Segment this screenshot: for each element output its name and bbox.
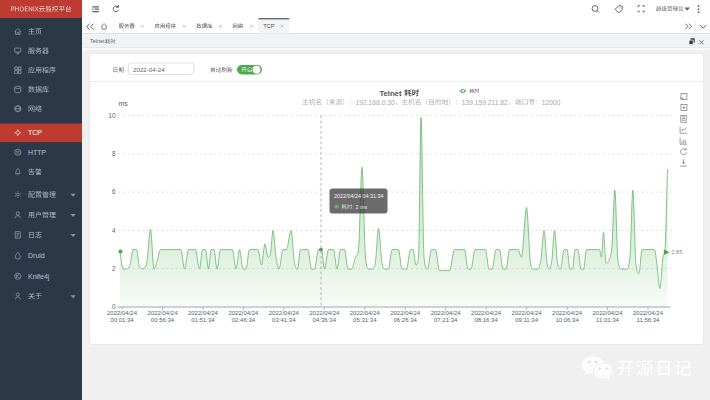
svg-text:07:21:34: 07:21:34 [434, 317, 458, 323]
svg-text:11:01:34: 11:01:34 [596, 317, 620, 323]
svg-text:4: 4 [112, 227, 116, 234]
svg-text:Knife4j: Knife4j [28, 273, 50, 281]
svg-text:ms: ms [119, 100, 129, 107]
svg-text:2022/04/24: 2022/04/24 [350, 310, 381, 316]
svg-text:2022/04/24: 2022/04/24 [471, 310, 502, 316]
svg-text:05:31:34: 05:31:34 [353, 317, 377, 323]
svg-text:2022/04/24 04:31:34: 2022/04/24 04:31:34 [334, 193, 383, 199]
svg-text:2022/04/24: 2022/04/24 [228, 310, 259, 316]
svg-text:TCP: TCP [263, 23, 274, 29]
svg-text:139.159.211.82: 139.159.211.82 [462, 99, 508, 106]
svg-text:2022/04/24: 2022/04/24 [592, 310, 623, 316]
svg-text:09:11:34: 09:11:34 [515, 317, 539, 323]
svg-text:00:56:34: 00:56:34 [151, 317, 175, 323]
svg-text:02:46:34: 02:46:34 [232, 317, 256, 323]
svg-text:Telnet: Telnet [379, 89, 402, 98]
svg-text:08:16:34: 08:16:34 [474, 317, 498, 323]
svg-text:10:06:34: 10:06:34 [555, 317, 579, 323]
svg-text:2022/04/24: 2022/04/24 [107, 310, 138, 316]
svg-text:03:41:34: 03:41:34 [272, 317, 296, 323]
svg-text:01:51:34: 01:51:34 [191, 317, 215, 323]
svg-text:2022/04/24: 2022/04/24 [552, 310, 583, 316]
svg-text:06:26:34: 06:26:34 [394, 317, 418, 323]
svg-text:6: 6 [112, 188, 116, 195]
svg-text:10: 10 [108, 112, 116, 119]
svg-text:Telnet: Telnet [90, 38, 105, 44]
svg-text:2022/04/24: 2022/04/24 [188, 310, 219, 316]
svg-text:HTTP: HTTP [28, 149, 47, 156]
svg-text:2022/04/24: 2022/04/24 [633, 310, 664, 316]
svg-text:04:36:34: 04:36:34 [313, 317, 337, 323]
svg-text:Druid: Druid [28, 252, 45, 259]
svg-text:2022/04/24: 2022/04/24 [431, 310, 462, 316]
svg-text:192.168.0.30: 192.168.0.30 [356, 99, 395, 106]
svg-text:2022/04/24: 2022/04/24 [512, 310, 543, 316]
svg-text:11:56:34: 11:56:34 [637, 317, 661, 323]
svg-text:8: 8 [112, 150, 116, 157]
svg-text:2022/04/24: 2022/04/24 [147, 310, 178, 316]
svg-text:2022/04/24: 2022/04/24 [269, 310, 300, 316]
svg-text:2022/04/24: 2022/04/24 [390, 310, 421, 316]
svg-text:: 2 ms: : 2 ms [353, 204, 368, 210]
svg-text:2022/04/24: 2022/04/24 [309, 310, 340, 316]
svg-text:2022-04-24: 2022-04-24 [133, 66, 165, 73]
svg-text:00:01:34: 00:01:34 [110, 317, 134, 323]
svg-text:2: 2 [112, 265, 116, 272]
svg-text:TCP: TCP [28, 129, 42, 136]
svg-text:2.85: 2.85 [672, 249, 683, 255]
svg-text:12000: 12000 [542, 99, 561, 106]
